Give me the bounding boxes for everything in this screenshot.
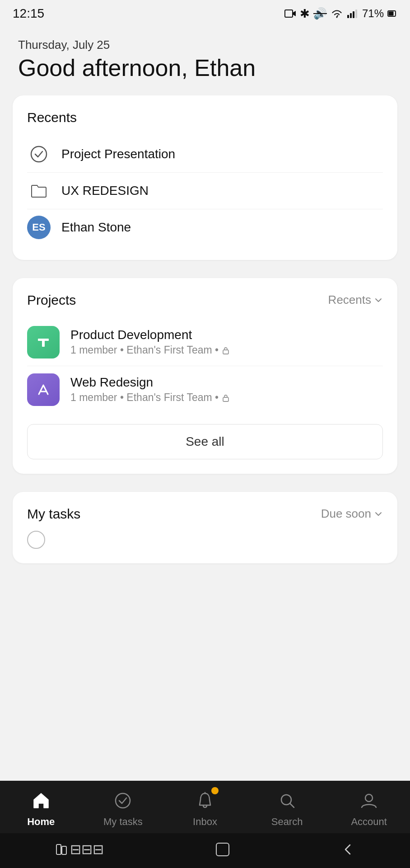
recent-label-project-presentation: Project Presentation xyxy=(61,147,175,161)
nav-item-account[interactable]: Account xyxy=(346,789,391,828)
project-icon-product-development xyxy=(27,326,60,359)
project-logo-td xyxy=(34,333,52,351)
greeting-section: Thursday, July 25 Good afternoon, Ethan xyxy=(0,24,410,86)
projects-filter-button[interactable]: Recents xyxy=(328,293,383,307)
svg-point-8 xyxy=(31,146,47,162)
greeting-date: Thursday, July 25 xyxy=(18,38,392,52)
account-nav-icon xyxy=(357,789,381,812)
recents-card: Recents Project Presentation UX REDESIGN… xyxy=(13,95,397,260)
task-preview-item[interactable] xyxy=(27,531,383,549)
see-all-label: See all xyxy=(186,434,224,448)
svg-point-1 xyxy=(336,17,337,18)
search-svg-icon xyxy=(277,791,297,811)
back-btn-icon xyxy=(342,843,354,856)
bluetooth-icon: ✱ xyxy=(300,7,310,21)
avatar-initials: ES xyxy=(32,222,45,233)
svg-rect-18 xyxy=(56,844,61,854)
my-tasks-title: My tasks xyxy=(27,506,80,522)
chevron-down-icon xyxy=(374,296,383,305)
project-name-product-development: Product Development xyxy=(70,328,230,342)
recent-item-ux-redesign[interactable]: UX REDESIGN xyxy=(27,172,383,209)
status-icons: ✱ 🔊 71% xyxy=(284,7,397,21)
recent-item-project-presentation[interactable]: Project Presentation xyxy=(27,136,383,172)
nav-item-search[interactable]: Search xyxy=(265,789,310,828)
search-nav-icon xyxy=(275,789,299,812)
folder-svg-icon xyxy=(30,182,48,200)
home-nav-icon xyxy=(29,789,53,812)
battery-level: 71% xyxy=(362,7,384,20)
camera-icon xyxy=(284,9,296,19)
recent-item-ethan-stone[interactable]: ES Ethan Stone xyxy=(27,209,383,245)
project-meta-web-redesign: 1 member • Ethan's First Team • xyxy=(70,392,230,404)
projects-header: Projects Recents xyxy=(27,292,383,308)
svg-rect-0 xyxy=(285,10,293,17)
home-svg-icon xyxy=(31,791,51,811)
task-icon xyxy=(27,142,51,166)
projects-title: Projects xyxy=(27,292,76,308)
svg-rect-11 xyxy=(223,350,228,354)
check-circle-nav-icon xyxy=(113,791,133,811)
svg-rect-2 xyxy=(347,15,349,18)
svg-rect-5 xyxy=(355,9,357,18)
project-meta-product-development: 1 member • Ethan's First Team • xyxy=(70,344,230,356)
see-all-button[interactable]: See all xyxy=(27,424,383,459)
mute-icon: 🔊 xyxy=(313,7,327,20)
nav-label-home: Home xyxy=(27,816,55,828)
nav-items: Home My tasks Inbox xyxy=(0,781,410,833)
project-item-web-redesign[interactable]: Web Redesign 1 member • Ethan's First Te… xyxy=(27,366,383,413)
home-btn-icon xyxy=(215,842,230,857)
nav-label-my-tasks: My tasks xyxy=(103,816,143,828)
svg-point-13 xyxy=(116,793,130,808)
project-info-product-development: Product Development 1 member • Ethan's F… xyxy=(70,328,230,356)
svg-point-17 xyxy=(365,794,373,802)
svg-rect-3 xyxy=(350,13,352,18)
nav-item-inbox[interactable]: Inbox xyxy=(182,789,228,828)
recent-label-ethan-stone: Ethan Stone xyxy=(61,220,131,235)
my-tasks-nav-icon xyxy=(111,789,135,812)
svg-rect-21 xyxy=(216,843,229,856)
signal-icon xyxy=(347,9,359,19)
nav-item-home[interactable]: Home xyxy=(19,789,64,828)
projects-card: Projects Recents Product Development 1 m… xyxy=(13,278,397,474)
projects-filter-label: Recents xyxy=(328,293,371,307)
my-tasks-filter-button[interactable]: Due soon xyxy=(321,507,383,521)
project-logo-a xyxy=(34,381,52,399)
recents-title: Recents xyxy=(27,110,383,125)
nav-label-search: Search xyxy=(271,816,303,828)
lock-icon-0 xyxy=(221,346,230,355)
project-meta-text-0: 1 member • Ethan's First Team • xyxy=(70,344,219,356)
bell-nav-icon xyxy=(195,791,215,811)
nav-label-account: Account xyxy=(351,816,387,828)
person-nav-icon xyxy=(359,791,379,811)
project-meta-text-1: 1 member • Ethan's First Team • xyxy=(70,392,219,404)
nav-item-my-tasks[interactable]: My tasks xyxy=(100,789,145,828)
my-tasks-header: My tasks Due soon xyxy=(27,506,383,522)
lock-icon-1 xyxy=(221,393,230,402)
chevron-down-icon-tasks xyxy=(374,509,383,519)
task-circle-icon xyxy=(27,531,45,549)
project-icon-web-redesign xyxy=(27,373,60,406)
status-bar: 12:15 ✱ 🔊 71% xyxy=(0,0,410,24)
my-tasks-filter-label: Due soon xyxy=(321,507,371,521)
my-tasks-card: My tasks Due soon xyxy=(13,492,397,563)
project-name-web-redesign: Web Redesign xyxy=(70,375,230,390)
android-back-button[interactable] xyxy=(342,843,354,856)
inbox-badge xyxy=(211,787,219,794)
svg-rect-12 xyxy=(223,397,228,401)
wifi-icon xyxy=(331,9,343,19)
recents-btn-symbol: ⊟⊟⊟ xyxy=(70,841,104,857)
project-info-web-redesign: Web Redesign 1 member • Ethan's First Te… xyxy=(70,375,230,404)
check-circle-icon xyxy=(30,145,48,163)
project-item-product-development[interactable]: Product Development 1 member • Ethan's F… xyxy=(27,319,383,366)
svg-rect-7 xyxy=(389,12,394,16)
android-recents-button[interactable]: ⊟⊟⊟ xyxy=(56,841,104,857)
avatar-icon: ES xyxy=(27,216,51,239)
greeting-title: Good afternoon, Ethan xyxy=(18,55,392,82)
recent-label-ux-redesign: UX REDESIGN xyxy=(61,184,149,198)
android-home-button[interactable] xyxy=(215,842,230,857)
svg-rect-4 xyxy=(353,11,354,18)
bottom-nav: Home My tasks Inbox xyxy=(0,781,410,868)
recents-btn-icon xyxy=(56,844,70,855)
svg-rect-10 xyxy=(42,339,45,347)
android-nav: ⊟⊟⊟ xyxy=(0,833,410,868)
